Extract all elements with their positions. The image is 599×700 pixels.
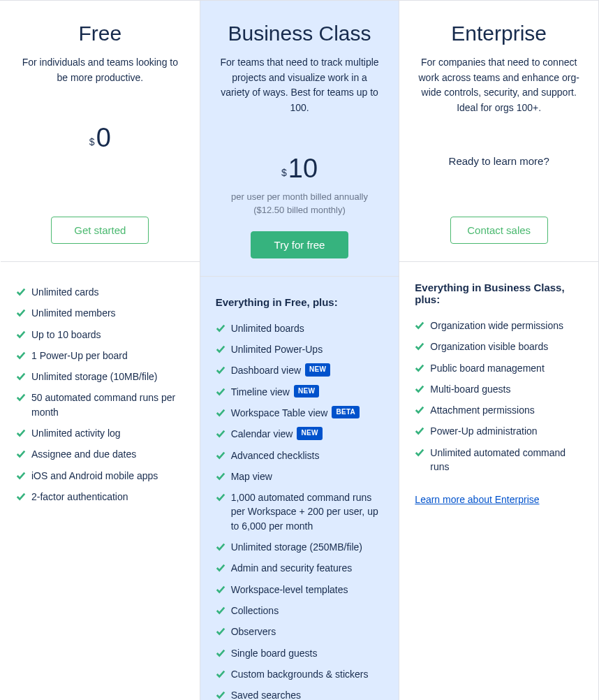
feature-label: iOS and Android mobile apps bbox=[31, 469, 158, 483]
check-icon bbox=[216, 365, 225, 374]
feature-label: Collections bbox=[231, 604, 279, 618]
feature-item: Organization wide permissions bbox=[415, 315, 583, 336]
check-icon bbox=[216, 669, 225, 678]
try-for-free-button[interactable]: Try for free bbox=[251, 231, 348, 258]
feature-list-free: Unlimited cardsUnlimited membersUp to 10… bbox=[16, 282, 184, 507]
feature-item: Advanced checklists bbox=[216, 445, 384, 466]
learn-more-enterprise-link[interactable]: Learn more about Enterprise bbox=[415, 494, 539, 505]
feature-item: Up to 10 boards bbox=[16, 324, 184, 345]
plan-title: Free bbox=[15, 22, 186, 45]
feature-label: Unlimited storage (250MB/file) bbox=[231, 540, 362, 554]
feature-item: Single board guests bbox=[216, 643, 384, 664]
feature-item: Assignee and due dates bbox=[16, 444, 184, 465]
feature-label: Dashboard view bbox=[231, 363, 301, 377]
price-amount: 10 bbox=[288, 155, 318, 182]
feature-item: Workspace Table viewBETA bbox=[216, 402, 384, 423]
feature-label: 1 Power-Up per board bbox=[31, 349, 128, 363]
currency-symbol: $ bbox=[89, 137, 95, 147]
feature-item: Multi-board guests bbox=[415, 379, 583, 400]
plan-description: For teams that need to track multiple pr… bbox=[214, 55, 385, 116]
feature-label: 1,000 automated command runs per Workspa… bbox=[231, 490, 384, 533]
currency-symbol: $ bbox=[281, 168, 287, 177]
feature-label: Observers bbox=[231, 625, 276, 639]
plan-title: Enterprise bbox=[413, 22, 584, 45]
check-icon bbox=[216, 450, 225, 460]
check-icon bbox=[16, 449, 26, 458]
feature-item: iOS and Android mobile apps bbox=[16, 465, 184, 486]
check-icon bbox=[415, 425, 424, 435]
plan-price-area: $ 10 per user per month billed annually … bbox=[214, 130, 385, 217]
feature-item: Collections bbox=[216, 600, 384, 621]
feature-label: Unlimited cards bbox=[31, 285, 98, 299]
feature-label: Calendar view bbox=[231, 427, 293, 441]
check-icon bbox=[415, 384, 424, 393]
check-icon bbox=[16, 371, 26, 381]
check-icon bbox=[415, 447, 424, 457]
check-icon bbox=[216, 584, 225, 594]
feature-item: Power-Up administration bbox=[415, 421, 583, 442]
plan-description: For individuals and teams looking to be … bbox=[15, 55, 186, 85]
check-icon bbox=[216, 605, 225, 615]
feature-label: 50 automated command runs per month bbox=[31, 391, 184, 419]
get-started-button[interactable]: Get started bbox=[51, 217, 149, 244]
feature-badge: NEW bbox=[294, 385, 319, 398]
feature-item: Custom backgrounds & stickers bbox=[216, 664, 384, 685]
check-icon bbox=[415, 404, 424, 414]
check-icon bbox=[216, 344, 225, 353]
check-icon bbox=[16, 286, 26, 296]
feature-item: Organization visible boards bbox=[415, 336, 583, 357]
check-icon bbox=[216, 407, 225, 417]
feature-item: 50 automated command runs per month bbox=[16, 387, 184, 423]
feature-label: Unlimited storage (10MB/file) bbox=[31, 370, 158, 384]
check-icon bbox=[216, 323, 225, 333]
feature-item: Unlimited storage (250MB/file) bbox=[216, 537, 384, 557]
feature-label: Workspace-level templates bbox=[231, 583, 348, 597]
plan-cta-wrap: Try for free bbox=[214, 217, 385, 258]
check-icon bbox=[415, 320, 424, 330]
plan-cta-wrap: Contact sales bbox=[413, 203, 584, 244]
check-icon bbox=[415, 363, 424, 372]
plan-free: Free For individuals and teams looking t… bbox=[0, 1, 200, 700]
feature-item: Observers bbox=[216, 621, 384, 642]
feature-label: Unlimited boards bbox=[231, 321, 304, 335]
feature-item: Unlimited Power-Ups bbox=[216, 339, 384, 360]
check-icon bbox=[415, 341, 424, 351]
feature-item: Public board management bbox=[415, 358, 583, 379]
feature-label: Up to 10 boards bbox=[31, 328, 101, 342]
feature-list-enterprise: Organization wide permissionsOrganizatio… bbox=[415, 315, 583, 477]
check-icon bbox=[16, 392, 26, 402]
feature-item: Attachment permissions bbox=[415, 400, 583, 421]
plan-business-class: Business Class For teams that need to tr… bbox=[200, 1, 400, 700]
check-icon bbox=[216, 492, 225, 502]
feature-item: 1 Power-Up per board bbox=[16, 345, 184, 366]
feature-label: Single board guests bbox=[231, 646, 318, 660]
plan-cta-wrap: Get started bbox=[15, 203, 186, 244]
check-icon bbox=[16, 428, 26, 437]
feature-label: 2-factor authentication bbox=[31, 490, 128, 504]
feature-badge: NEW bbox=[305, 363, 330, 377]
check-icon bbox=[16, 470, 26, 480]
plan-header: Enterprise For companies that need to co… bbox=[399, 1, 598, 262]
feature-label: Map view bbox=[231, 469, 272, 483]
feature-item: Unlimited activity log bbox=[16, 423, 184, 444]
price-subtext: per user per month billed annually ($12.… bbox=[214, 190, 385, 217]
feature-label: Advanced checklists bbox=[231, 449, 320, 462]
plan-features: Everything in Free, plus: Unlimited boar… bbox=[200, 277, 399, 700]
check-icon bbox=[16, 307, 26, 317]
feature-item: 1,000 automated command runs per Workspa… bbox=[216, 487, 384, 537]
feature-label: Multi-board guests bbox=[430, 382, 510, 396]
feature-badge: BETA bbox=[332, 406, 360, 419]
feature-badge: NEW bbox=[297, 427, 322, 440]
feature-label: Workspace Table view bbox=[231, 406, 328, 420]
feature-label: Organization wide permissions bbox=[430, 319, 563, 333]
check-icon bbox=[216, 626, 225, 636]
feature-label: Power-Up administration bbox=[430, 424, 537, 438]
feature-label: Unlimited activity log bbox=[31, 426, 121, 440]
features-heading: Everything in Free, plus: bbox=[216, 296, 384, 308]
contact-sales-button[interactable]: Contact sales bbox=[450, 217, 548, 244]
feature-label: Timeline view bbox=[231, 385, 290, 399]
feature-item: Calendar viewNEW bbox=[216, 423, 384, 444]
plan-enterprise: Enterprise For companies that need to co… bbox=[399, 1, 599, 700]
plan-features: Everything in Business Class, plus: Orga… bbox=[399, 262, 598, 700]
feature-item: Map view bbox=[216, 466, 384, 487]
